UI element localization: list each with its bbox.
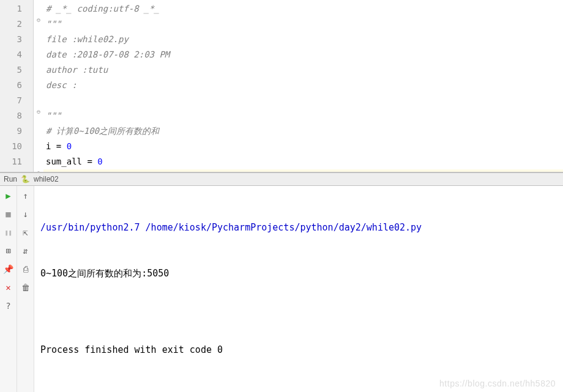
code-token: i = [46, 141, 67, 151]
fold-column[interactable]: ⊖⊖⊖⊏ [34, 0, 43, 172]
console-output[interactable]: /usr/bin/python2.7 /home/kiosk/PycharmPr… [34, 186, 563, 392]
console-command: /usr/bin/python2.7 /home/kiosk/PycharmPr… [40, 220, 557, 235]
line-number: 11 [0, 154, 33, 169]
run-tab-label: while02 [34, 175, 59, 183]
code-line[interactable]: date :2018-07-08 2:03 PM [43, 47, 563, 62]
fold-marker-icon[interactable]: ⊖ [35, 108, 42, 115]
code-line[interactable]: i = 0 [43, 139, 563, 154]
run-toolbar-primary: ▶ ■ ❚❚ ⊞ 📌 ✕ ? [0, 186, 17, 392]
pin-button[interactable]: 📌 [2, 263, 15, 275]
line-number: 4 [0, 47, 33, 62]
code-line[interactable]: author :tutu [43, 62, 563, 78]
code-line[interactable]: """ [43, 108, 563, 124]
code-token: author :tutu [46, 65, 108, 75]
code-line[interactable]: sum_all = 0 [43, 154, 563, 169]
clear-button[interactable]: 🗑 [20, 281, 32, 294]
code-line[interactable] [43, 93, 563, 108]
soft-wrap-button[interactable]: ⇵ [20, 245, 32, 257]
line-number: 6 [0, 78, 33, 93]
code-token: file :while02.py [46, 34, 129, 44]
run-tool-header[interactable]: Run 🐍 while02 [0, 172, 563, 186]
code-token: """ [46, 111, 61, 120]
python-icon: 🐍 [21, 175, 30, 183]
line-number: 5 [0, 62, 33, 78]
stop-button[interactable]: ■ [2, 208, 15, 220]
console-line: Process finished with exit code 0 [40, 342, 557, 358]
print-button[interactable]: ⎙ [20, 263, 32, 275]
watermark: https://blog.csdn.net/hh5820 [439, 379, 556, 388]
line-number: 1 [0, 1, 33, 17]
line-number-gutter: 1234567891011121314151617 [0, 0, 34, 172]
line-number: 10 [0, 139, 33, 154]
help-button[interactable]: ? [2, 300, 15, 312]
code-token: sum_all = [46, 157, 97, 166]
code-token: # _*_ coding:utf-8 _*_ [46, 4, 159, 13]
export-button[interactable]: ⇱ [20, 226, 32, 239]
code-token: 0 [67, 141, 72, 151]
line-number: 3 [0, 32, 33, 47]
code-line[interactable]: # 计算0~100之间所有数的和 [43, 124, 563, 139]
layout-button[interactable]: ⊞ [2, 245, 15, 257]
scroll-down-button[interactable]: ↓ [20, 208, 32, 220]
code-line[interactable]: """ [43, 17, 563, 32]
code-line[interactable]: # _*_ coding:utf-8 _*_ [43, 1, 563, 17]
pause-button[interactable]: ❚❚ [2, 226, 15, 239]
code-token: desc : [46, 80, 77, 90]
code-line[interactable]: desc : [43, 78, 563, 93]
code-token: """ [46, 19, 61, 29]
code-token: date :2018-07-08 2:03 PM [46, 50, 170, 59]
console-line: 0~100之间所有数的和为:5050 [40, 266, 557, 281]
line-number: 9 [0, 124, 33, 139]
code-token: # 计算0~100之间所有数的和 [46, 126, 159, 136]
code-content[interactable]: # _*_ coding:utf-8 _*_"""file :while02.p… [43, 0, 563, 172]
code-line[interactable]: file :while02.py [43, 32, 563, 47]
close-button[interactable]: ✕ [2, 281, 15, 294]
line-number: 2 [0, 17, 33, 32]
run-toolbar-secondary: ↑ ↓ ⇱ ⇵ ⎙ 🗑 [17, 186, 34, 392]
run-tab-prefix: Run [4, 175, 17, 183]
run-panel: ▶ ■ ❚❚ ⊞ 📌 ✕ ? ↑ ↓ ⇱ ⇵ ⎙ 🗑 /usr/bin/pyth… [0, 186, 563, 392]
line-number: 8 [0, 108, 33, 124]
rerun-button[interactable]: ▶ [2, 190, 15, 202]
code-editor[interactable]: 1234567891011121314151617 ⊖⊖⊖⊏ # _*_ cod… [0, 0, 563, 172]
fold-marker-icon[interactable]: ⊖ [35, 17, 42, 23]
line-number: 7 [0, 93, 33, 108]
code-token: 0 [97, 157, 102, 166]
scroll-up-button[interactable]: ↑ [20, 190, 32, 202]
